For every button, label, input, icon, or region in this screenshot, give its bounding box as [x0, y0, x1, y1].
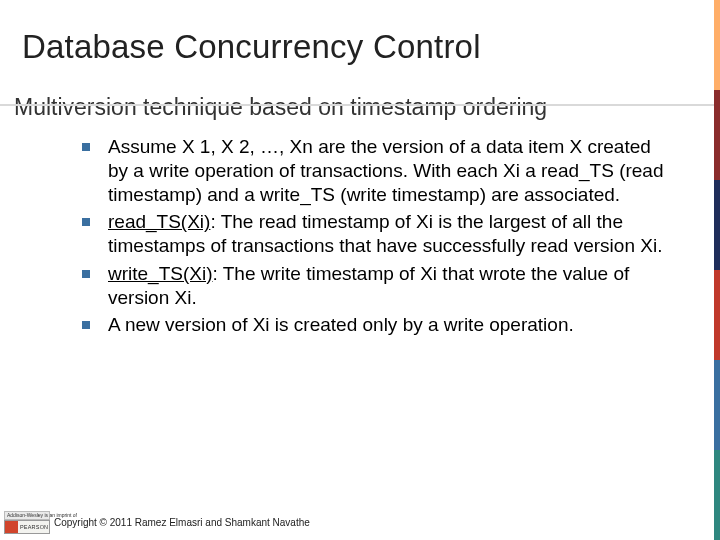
logo-brand-text: PEARSON [18, 521, 49, 533]
slide-title: Database Concurrency Control [0, 0, 720, 66]
decorative-edge [714, 0, 720, 540]
square-bullet-icon [82, 270, 90, 278]
list-item: write_TS(Xi): The write timestamp of Xi … [82, 262, 672, 310]
edge-stripe [714, 360, 720, 450]
edge-stripe [714, 450, 720, 540]
list-item: A new version of Xi is created only by a… [82, 313, 672, 337]
edge-stripe [714, 90, 720, 180]
square-bullet-icon [82, 321, 90, 329]
title-underline [0, 104, 720, 106]
list-text: A new version of Xi is created only by a… [108, 313, 672, 337]
list-text: read_TS(Xi): The read timestamp of Xi is… [108, 210, 672, 258]
bullet-list: Assume X 1, X 2, …, Xn are the version o… [0, 121, 720, 337]
list-text: write_TS(Xi): The write timestamp of Xi … [108, 262, 672, 310]
list-item: Assume X 1, X 2, …, Xn are the version o… [82, 135, 672, 206]
publisher-logo: Addison-Wesley is an imprint of PEARSON [4, 511, 50, 535]
logo-imprint-text: Addison-Wesley is an imprint of [4, 511, 50, 521]
logo-brand-block: PEARSON [4, 520, 50, 534]
square-bullet-icon [82, 218, 90, 226]
copyright-text: Copyright © 2011 Ramez Elmasri and Shamk… [54, 517, 310, 528]
edge-stripe [714, 270, 720, 360]
square-bullet-icon [82, 143, 90, 151]
list-text: Assume X 1, X 2, …, Xn are the version o… [108, 135, 672, 206]
edge-stripe [714, 180, 720, 270]
slide: Database Concurrency Control Multiversio… [0, 0, 720, 540]
slide-subhead: Multiversion technique based on timestam… [0, 66, 720, 121]
list-item: read_TS(Xi): The read timestamp of Xi is… [82, 210, 672, 258]
logo-mark-icon [5, 521, 18, 533]
edge-stripe [714, 0, 720, 90]
